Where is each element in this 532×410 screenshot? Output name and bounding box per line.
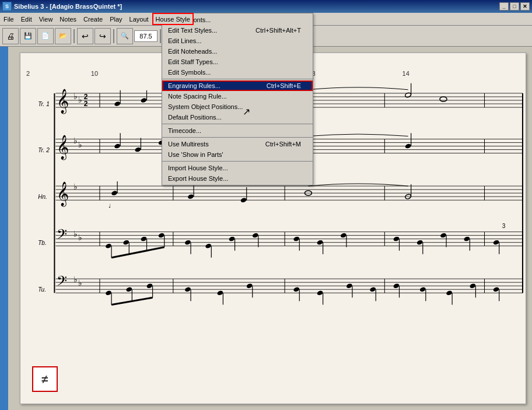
svg-point-80 [240, 197, 247, 203]
menu-edit[interactable]: Edit [18, 13, 36, 25]
edit-text-styles-item[interactable]: Edit Text Styles... Ctrl+Shift+Alt+T [162, 25, 313, 36]
svg-point-170 [393, 283, 400, 289]
svg-point-158 [216, 290, 223, 296]
svg-text:♭: ♭ [74, 92, 78, 101]
menu-layout[interactable]: Layout [126, 13, 152, 25]
svg-point-115 [252, 233, 259, 239]
svg-point-119 [317, 240, 324, 246]
system-object-positions-item[interactable]: System Object Positions... [162, 101, 313, 112]
svg-text:Hn.: Hn. [38, 194, 47, 200]
svg-text:♭: ♭ [78, 140, 82, 149]
house-style-dropdown: Edit All Fonts... Edit Text Styles... Ct… [162, 13, 313, 185]
svg-point-21 [114, 101, 121, 107]
edit-symbols-item[interactable]: Edit Symbols... [162, 67, 313, 78]
separator-2 [162, 124, 313, 124]
svg-point-123 [393, 236, 400, 242]
svg-point-153 [146, 283, 153, 289]
use-show-in-parts-item[interactable]: Use 'Show in Parts' [162, 149, 313, 160]
svg-point-113 [229, 236, 236, 242]
print-button[interactable]: 🖨 [2, 28, 19, 44]
new-button[interactable]: 📄 [37, 28, 54, 44]
svg-text:♩: ♩ [108, 203, 111, 209]
svg-text:♭: ♭ [74, 136, 78, 145]
svg-text:𝄞: 𝄞 [57, 135, 69, 160]
redo-button[interactable]: ↪ [94, 28, 111, 44]
svg-point-172 [419, 286, 426, 292]
separator-1 [162, 79, 313, 79]
svg-text:3: 3 [502, 223, 506, 230]
edit-noteheads-item[interactable]: Edit Noteheads... [162, 46, 313, 57]
svg-text:Tr. 1: Tr. 1 [38, 101, 50, 107]
minimize-button[interactable]: _ [499, 2, 509, 10]
svg-point-156 [184, 286, 191, 292]
svg-point-53 [134, 147, 141, 153]
app-icon: S [2, 2, 12, 11]
menu-notes[interactable]: Notes [56, 13, 80, 25]
notation-icon: ≠ [32, 366, 58, 392]
svg-point-51 [114, 143, 121, 149]
svg-point-174 [446, 290, 453, 296]
svg-line-108 [111, 247, 164, 258]
svg-point-121 [340, 233, 347, 239]
svg-point-100 [105, 243, 112, 249]
engraving-rules-item[interactable]: Engraving Rules... Ctrl+Shift+E [162, 80, 313, 91]
bottom-icon-area: ≠ [32, 366, 58, 392]
svg-text:2: 2 [26, 70, 30, 77]
svg-text:𝄞: 𝄞 [57, 89, 69, 114]
svg-point-160 [246, 283, 253, 289]
use-multirests-item[interactable]: Use Multirests Ctrl+Shift+M [162, 139, 313, 149]
zoom-input[interactable]: 87.5 [134, 30, 158, 42]
menu-create[interactable]: Create [80, 13, 106, 25]
menu-house-style[interactable]: House Style [152, 13, 194, 25]
title-bar-text: Sibelius 3 - [Adagio BrassQuintet *] [14, 3, 499, 10]
svg-point-102 [123, 240, 130, 246]
svg-point-131 [493, 240, 500, 246]
svg-text:𝄢: 𝄢 [57, 227, 67, 245]
svg-text:Tb.: Tb. [38, 240, 47, 246]
separator-3 [160, 29, 161, 43]
left-sidebar [0, 47, 8, 410]
separator-4 [162, 161, 313, 162]
svg-point-35 [440, 97, 447, 101]
menu-file[interactable]: File [0, 13, 18, 25]
export-house-style-item[interactable]: Export House Style... [162, 173, 313, 184]
close-button[interactable]: ✕ [520, 2, 530, 10]
menu-view[interactable]: View [36, 13, 57, 25]
undo-button[interactable]: ↩ [77, 28, 93, 44]
edit-staff-types-item[interactable]: Edit Staff Types... [162, 57, 313, 67]
open-button[interactable]: 📂 [55, 28, 71, 44]
svg-text:Tu.: Tu. [38, 286, 46, 293]
title-bar-controls[interactable]: _ □ ✕ [499, 2, 530, 10]
svg-text:𝄢: 𝄢 [57, 274, 67, 292]
note-spacing-rule-item[interactable]: Note Spacing Rule... [162, 91, 313, 101]
title-bar: S Sibelius 3 - [Adagio BrassQuintet *] _… [0, 0, 532, 13]
svg-text:♭: ♭ [78, 95, 82, 104]
separator-3 [162, 137, 313, 138]
svg-point-109 [184, 240, 191, 246]
svg-point-151 [125, 286, 132, 292]
zoom-button[interactable]: 🔍 [117, 28, 133, 44]
svg-point-178 [493, 286, 500, 292]
svg-text:10: 10 [91, 70, 98, 77]
maximize-button[interactable]: □ [510, 2, 519, 10]
menu-play[interactable]: Play [106, 13, 125, 25]
import-house-style-item[interactable]: Import House Style... [162, 163, 313, 173]
edit-lines-item[interactable]: Edit Lines... [162, 36, 313, 46]
svg-point-78 [187, 194, 194, 199]
svg-text:𝄞: 𝄞 [57, 181, 69, 207]
svg-point-176 [469, 283, 476, 289]
svg-point-33 [405, 92, 412, 98]
svg-point-149 [105, 290, 112, 296]
svg-point-125 [416, 240, 424, 246]
svg-text:Tr. 2: Tr. 2 [38, 147, 50, 153]
svg-text:2: 2 [84, 100, 88, 108]
svg-point-164 [317, 290, 324, 296]
svg-text:♭: ♭ [78, 233, 82, 242]
svg-text:♭: ♭ [74, 229, 78, 239]
notation-symbol: ≠ [42, 373, 48, 386]
svg-point-104 [141, 236, 148, 242]
default-positions-item[interactable]: Default Positions... [162, 112, 313, 122]
timecode-item[interactable]: Timecode... [162, 125, 313, 136]
svg-point-106 [158, 233, 165, 239]
save-button[interactable]: 💾 [20, 28, 36, 44]
